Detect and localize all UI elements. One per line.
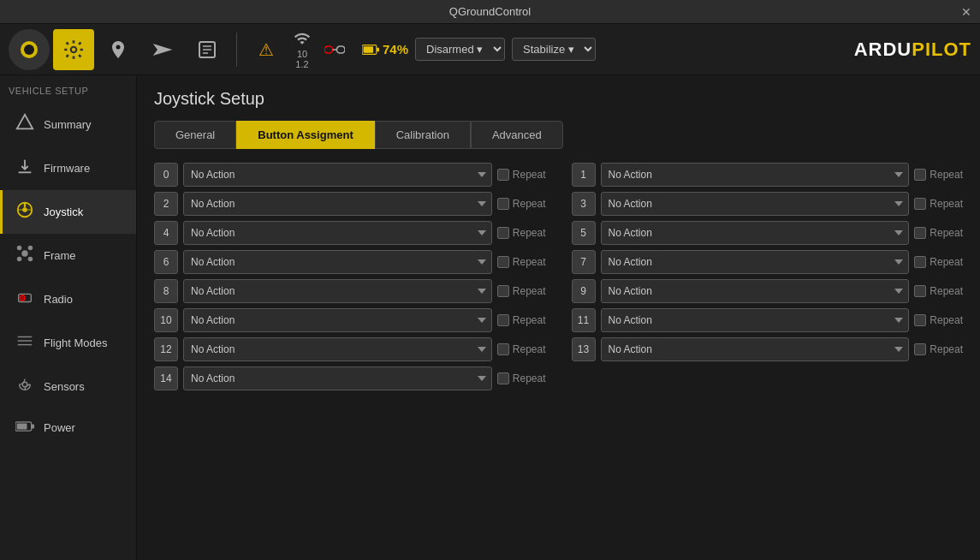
sidebar-item-frame[interactable]: Frame <box>0 234 136 277</box>
btn-select-1[interactable]: No Action <box>601 163 910 187</box>
arm-state-dropdown[interactable]: Disarmed ▾ Armed <box>415 38 505 61</box>
btn-select-11[interactable]: No Action <box>601 308 910 332</box>
sidebar-item-sensors[interactable]: Sensors <box>0 365 136 408</box>
sidebar-header: Vehicle Setup <box>0 75 136 103</box>
repeat-label-8: Repeat <box>513 285 546 297</box>
svg-rect-34 <box>32 424 34 428</box>
repeat-wrap-5: Repeat <box>914 227 963 239</box>
btn-num-9: 9 <box>572 279 596 303</box>
btn-select-5[interactable]: No Action <box>601 221 910 245</box>
btn-select-3[interactable]: No Action <box>601 192 910 216</box>
log-button[interactable] <box>187 29 228 70</box>
btn-num-12: 12 <box>154 337 178 361</box>
btn-num-13: 13 <box>572 337 596 361</box>
repeat-wrap-10: Repeat <box>497 314 546 326</box>
repeat-label-9: Repeat <box>930 285 963 297</box>
repeat-checkbox-7[interactable] <box>914 256 926 268</box>
repeat-checkbox-1[interactable] <box>914 169 926 181</box>
repeat-wrap-3: Repeat <box>914 198 963 210</box>
repeat-label-5: Repeat <box>930 227 963 239</box>
power-icon <box>15 419 35 437</box>
sidebar-label-sensors: Sensors <box>44 380 85 393</box>
btn-select-14[interactable]: No Action <box>183 366 492 390</box>
repeat-label-10: Repeat <box>513 314 546 326</box>
repeat-checkbox-12[interactable] <box>497 343 509 355</box>
summary-icon <box>15 113 35 136</box>
repeat-wrap-6: Repeat <box>497 256 546 268</box>
sidebar-item-flightmodes[interactable]: Flight Modes <box>0 321 136 365</box>
alert-button[interactable]: ⚠ <box>246 29 287 70</box>
btn-select-4[interactable]: No Action <box>183 221 492 245</box>
radio-icon <box>15 288 35 311</box>
toolbar: ⚠ 10 1.2 74% Disarmed ▾ Armed Stabilize … <box>0 24 980 75</box>
button-row-2: 2 No Action Repeat <box>154 192 546 216</box>
button-row-9: 9 No Action Repeat <box>572 279 964 303</box>
repeat-label-3: Repeat <box>930 198 963 210</box>
firmware-icon <box>15 157 35 180</box>
btn-select-7[interactable]: No Action <box>601 250 910 274</box>
btn-select-10[interactable]: No Action <box>183 308 492 332</box>
sidebar-item-radio[interactable]: Radio <box>0 277 136 321</box>
sidebar-item-power[interactable]: Power <box>0 408 136 447</box>
btn-select-13[interactable]: No Action <box>601 337 910 361</box>
link-button[interactable] <box>314 29 355 70</box>
repeat-checkbox-9[interactable] <box>914 285 926 297</box>
svg-point-25 <box>21 250 27 256</box>
sidebar-label-summary: Summary <box>44 118 92 131</box>
repeat-label-12: Repeat <box>513 343 546 355</box>
btn-num-0: 0 <box>154 163 178 187</box>
repeat-checkbox-13[interactable] <box>914 343 926 355</box>
repeat-wrap-8: Repeat <box>497 285 546 297</box>
btn-num-1: 1 <box>572 163 596 187</box>
repeat-checkbox-3[interactable] <box>914 198 926 210</box>
repeat-checkbox-6[interactable] <box>497 256 509 268</box>
settings-button[interactable] <box>53 29 94 70</box>
repeat-label-14: Repeat <box>513 372 546 384</box>
waypoint-button[interactable] <box>98 29 139 70</box>
page-title: Joystick Setup <box>154 89 963 109</box>
repeat-checkbox-2[interactable] <box>497 198 509 210</box>
repeat-wrap-11: Repeat <box>914 314 963 326</box>
joystick-icon <box>15 200 35 223</box>
tab-calibration[interactable]: Calibration <box>375 121 471 149</box>
repeat-label-2: Repeat <box>513 198 546 210</box>
sidebar-item-summary[interactable]: Summary <box>0 103 136 146</box>
btn-num-10: 10 <box>154 308 178 332</box>
button-row-0: 0 No Action Repeat <box>154 163 546 187</box>
repeat-checkbox-5[interactable] <box>914 227 926 239</box>
repeat-checkbox-4[interactable] <box>497 227 509 239</box>
close-button[interactable]: ✕ <box>961 5 971 19</box>
btn-select-6[interactable]: No Action <box>183 250 492 274</box>
repeat-checkbox-0[interactable] <box>497 169 509 181</box>
button-row-7: 7 No Action Repeat <box>572 250 964 274</box>
tab-advanced[interactable]: Advanced <box>471 121 563 149</box>
sidebar-item-firmware[interactable]: Firmware <box>0 146 136 190</box>
btn-select-9[interactable]: No Action <box>601 279 910 303</box>
repeat-wrap-13: Repeat <box>914 343 963 355</box>
btn-select-0[interactable]: No Action <box>183 163 492 187</box>
button-row-8: 8 No Action Repeat <box>154 279 546 303</box>
repeat-checkbox-8[interactable] <box>497 285 509 297</box>
sidebar-label-frame: Frame <box>44 249 76 262</box>
button-row-11: 11 No Action Repeat <box>572 308 964 332</box>
repeat-checkbox-11[interactable] <box>914 314 926 326</box>
repeat-checkbox-10[interactable] <box>497 314 509 326</box>
repeat-checkbox-14[interactable] <box>497 372 509 384</box>
tab-button-assignment[interactable]: Button Assigment <box>236 121 374 149</box>
btn-num-2: 2 <box>154 192 178 216</box>
home-button[interactable] <box>9 29 50 70</box>
btn-num-7: 7 <box>572 250 596 274</box>
svg-marker-15 <box>17 115 33 129</box>
btn-select-12[interactable]: No Action <box>183 337 492 361</box>
logo-ardu: ARDU <box>854 39 912 60</box>
button-row-13: 13 No Action Repeat <box>572 337 964 361</box>
flight-mode-dropdown[interactable]: Stabilize ▾ Alt Hold Loiter <box>512 38 596 61</box>
tab-general[interactable]: General <box>154 121 236 149</box>
svg-point-4 <box>116 45 121 49</box>
sidebar-item-joystick[interactable]: Joystick <box>0 190 136 234</box>
svg-point-23 <box>17 257 22 262</box>
btn-select-2[interactable]: No Action <box>183 192 492 216</box>
btn-select-8[interactable]: No Action <box>183 279 492 303</box>
repeat-label-6: Repeat <box>513 256 546 268</box>
send-button[interactable] <box>142 29 183 70</box>
